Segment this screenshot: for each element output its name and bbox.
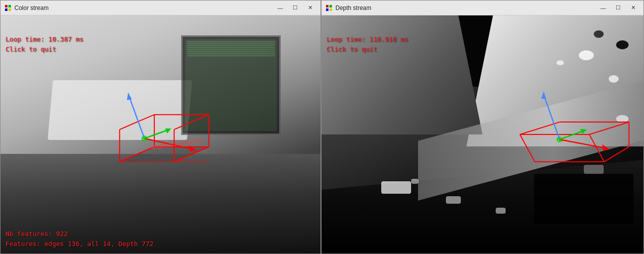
depth-stream-content[interactable]: Loop time: 118.918 ms Click to quit [322, 15, 644, 254]
depth-window-controls: — ☐ ✕ [597, 3, 640, 13]
svg-rect-1 [8, 5, 11, 7]
svg-line-24 [520, 134, 535, 162]
depth-stream-title: Depth stream [335, 4, 594, 11]
svg-line-34 [559, 139, 607, 148]
maximize-button[interactable]: ☐ [289, 3, 302, 13]
svg-rect-3 [8, 8, 11, 11]
svg-line-25 [589, 134, 604, 162]
bottom-stats-color: Nb features: 922 Features: edges 136, al… [5, 229, 153, 249]
color-stream-titlebar: Color stream — ☐ ✕ [0, 0, 321, 15]
minimize-button[interactable]: — [274, 3, 287, 13]
depth-maximize-button[interactable]: ☐ [612, 3, 625, 13]
svg-line-15 [144, 129, 169, 138]
svg-marker-12 [126, 92, 132, 100]
click-to-quit-depth: Click to quit [326, 44, 377, 54]
svg-rect-0 [5, 5, 7, 7]
window-controls: — ☐ ✕ [274, 3, 317, 13]
svg-line-26 [589, 122, 629, 134]
color-stream-title: Color stream [14, 4, 271, 11]
svg-line-32 [543, 95, 559, 139]
depth-stream-window: Depth stream — ☐ ✕ [321, 0, 644, 254]
svg-marker-33 [541, 91, 546, 99]
svg-rect-2 [5, 8, 7, 11]
close-button[interactable]: ✕ [304, 3, 317, 13]
svg-rect-20 [326, 8, 328, 11]
click-to-quit-color: Click to quit [5, 44, 56, 54]
loop-time-color: Loop time: 10.387 ms [5, 34, 84, 44]
depth-minimize-button[interactable]: — [597, 3, 610, 13]
app-icon-depth [325, 4, 332, 11]
svg-line-11 [128, 95, 144, 138]
svg-rect-19 [329, 5, 332, 7]
svg-marker-35 [602, 144, 610, 151]
svg-rect-18 [326, 5, 328, 7]
color-stream-content[interactable]: HogDescriptor3t4 Loop time: 10.387 ms Cl… [0, 15, 321, 254]
loop-time-depth: Loop time: 118.918 ms [326, 34, 408, 44]
depth-stream-titlebar: Depth stream — ☐ ✕ [322, 0, 644, 15]
app-icon [4, 4, 11, 11]
svg-rect-21 [329, 8, 332, 11]
depth-close-button[interactable]: ✕ [627, 3, 640, 13]
color-stream-window: Color stream — ☐ ✕ [0, 0, 321, 254]
